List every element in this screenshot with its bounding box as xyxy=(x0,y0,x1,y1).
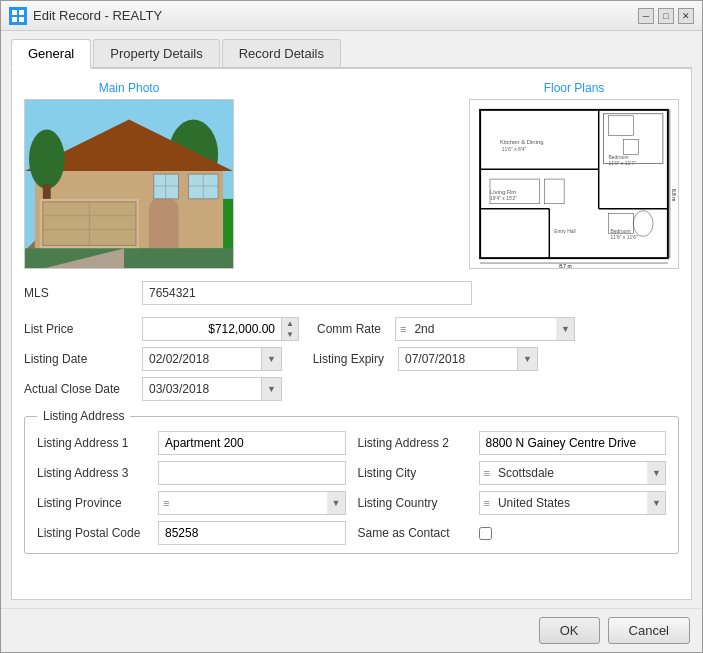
tab-general[interactable]: General xyxy=(11,39,91,69)
title-bar-buttons: ─ □ ✕ xyxy=(638,8,694,24)
province-select[interactable]: ≡ ▼ xyxy=(158,491,346,515)
main-photo-image[interactable] xyxy=(24,99,234,269)
svg-text:6.8 m: 6.8 m xyxy=(671,189,676,201)
tab-record-details[interactable]: Record Details xyxy=(222,39,341,67)
actual-close-input[interactable] xyxy=(142,377,262,401)
price-down-button[interactable]: ▼ xyxy=(282,329,298,340)
addr1-row: Listing Address 1 xyxy=(37,431,346,455)
svg-text:11'6" x 8'4": 11'6" x 8'4" xyxy=(502,147,527,152)
actual-close-label: Actual Close Date xyxy=(24,382,134,396)
cancel-button[interactable]: Cancel xyxy=(608,617,690,644)
addr1-input[interactable] xyxy=(158,431,346,455)
title-bar: Edit Record - REALTY ─ □ ✕ xyxy=(1,1,702,31)
list-price-spinner: ▲ ▼ xyxy=(142,317,299,341)
form-section: MLS List Price ▲ ▼ Comm Rate xyxy=(24,281,679,401)
price-comm-row: List Price ▲ ▼ Comm Rate ≡ 2nd ▼ xyxy=(24,317,679,341)
tab-bar: General Property Details Record Details xyxy=(11,39,692,69)
country-row: Listing Country ≡ United States ▼ xyxy=(358,491,667,515)
addr3-row: Listing Address 3 xyxy=(37,461,346,485)
city-icon: ≡ xyxy=(480,467,494,479)
ok-button[interactable]: OK xyxy=(539,617,600,644)
floor-plan-label[interactable]: Floor Plans xyxy=(544,81,605,95)
main-photo-label[interactable]: Main Photo xyxy=(99,81,160,95)
country-arrow[interactable]: ▼ xyxy=(647,492,665,514)
svg-text:Entry Hall: Entry Hall xyxy=(554,229,575,234)
addr3-input[interactable] xyxy=(158,461,346,485)
addr2-label: Listing Address 2 xyxy=(358,436,473,450)
province-icon: ≡ xyxy=(159,497,173,509)
same-contact-checkbox[interactable] xyxy=(479,527,492,540)
same-contact-row: Same as Contact xyxy=(358,521,667,545)
svg-rect-0 xyxy=(12,10,17,15)
postal-label: Listing Postal Code xyxy=(37,526,152,540)
list-price-input[interactable] xyxy=(142,317,282,341)
price-spinner-buttons: ▲ ▼ xyxy=(282,317,299,341)
svg-text:11'6" x 11'6": 11'6" x 11'6" xyxy=(611,235,638,240)
close-button[interactable]: ✕ xyxy=(678,8,694,24)
addr1-label: Listing Address 1 xyxy=(37,436,152,450)
comm-rate-label: Comm Rate xyxy=(307,322,387,336)
title-bar-left: Edit Record - REALTY xyxy=(9,7,162,25)
country-select[interactable]: ≡ United States ▼ xyxy=(479,491,667,515)
province-row: Listing Province ≡ ▼ xyxy=(37,491,346,515)
svg-rect-2 xyxy=(12,17,17,22)
svg-point-23 xyxy=(29,130,65,189)
listing-expiry-dropdown[interactable]: ▼ xyxy=(518,347,538,371)
country-value: United States xyxy=(494,496,647,510)
mls-label: MLS xyxy=(24,286,134,300)
comm-rate-arrow[interactable]: ▼ xyxy=(556,318,574,340)
city-value: Scottsdale xyxy=(494,466,647,480)
actual-close-dropdown[interactable]: ▼ xyxy=(262,377,282,401)
listing-date-input[interactable] xyxy=(142,347,262,371)
actual-close-picker: ▼ xyxy=(142,377,282,401)
listing-address-fieldset: Listing Address Listing Address 1 Listin… xyxy=(24,409,679,554)
floor-plan-section: Floor Plans xyxy=(469,81,679,269)
svg-text:11'9" x 11'7": 11'9" x 11'7" xyxy=(609,161,636,166)
floor-plan-image[interactable]: Kitchen & Dining 11'6" x 8'4" Bedroom 11… xyxy=(469,99,679,269)
tab-property-details[interactable]: Property Details xyxy=(93,39,219,67)
comm-rate-select[interactable]: ≡ 2nd ▼ xyxy=(395,317,575,341)
main-window: Edit Record - REALTY ─ □ ✕ General Prope… xyxy=(0,0,703,653)
comm-rate-icon: ≡ xyxy=(396,323,410,335)
postal-input[interactable] xyxy=(158,521,346,545)
province-picker: ≡ ▼ xyxy=(158,491,346,515)
svg-rect-24 xyxy=(43,184,51,199)
maximize-button[interactable]: □ xyxy=(658,8,674,24)
province-label: Listing Province xyxy=(37,496,152,510)
addr3-label: Listing Address 3 xyxy=(37,466,152,480)
addr2-input[interactable] xyxy=(479,431,667,455)
listing-expiry-picker: ▼ xyxy=(398,347,538,371)
list-price-label: List Price xyxy=(24,322,134,336)
listing-date-dropdown[interactable]: ▼ xyxy=(262,347,282,371)
city-label: Listing City xyxy=(358,466,473,480)
svg-text:8.7 m: 8.7 m xyxy=(559,264,571,268)
price-up-button[interactable]: ▲ xyxy=(282,318,298,329)
svg-rect-26 xyxy=(470,100,678,268)
svg-point-15 xyxy=(149,197,179,221)
app-icon xyxy=(9,7,27,25)
svg-rect-22 xyxy=(25,248,233,268)
address-grid: Listing Address 1 Listing Address 2 List… xyxy=(37,431,666,545)
svg-text:Kitchen & Dining: Kitchen & Dining xyxy=(500,139,544,145)
listing-address-legend: Listing Address xyxy=(37,409,130,423)
photos-row: Main Photo xyxy=(24,81,679,269)
minimize-button[interactable]: ─ xyxy=(638,8,654,24)
svg-rect-16 xyxy=(154,174,179,199)
city-arrow[interactable]: ▼ xyxy=(647,462,665,484)
province-arrow[interactable]: ▼ xyxy=(327,492,345,514)
content-area: General Property Details Record Details … xyxy=(1,31,702,608)
listing-expiry-input[interactable] xyxy=(398,347,518,371)
house-photo-svg xyxy=(25,99,233,269)
floorplan-svg: Kitchen & Dining 11'6" x 8'4" Bedroom 11… xyxy=(470,100,678,268)
footer: OK Cancel xyxy=(1,608,702,652)
close-date-row: Actual Close Date ▼ xyxy=(24,377,679,401)
city-select[interactable]: ≡ Scottsdale ▼ xyxy=(479,461,667,485)
city-row: Listing City ≡ Scottsdale ▼ xyxy=(358,461,667,485)
addr2-row: Listing Address 2 xyxy=(358,431,667,455)
tab-panel-general: Main Photo xyxy=(11,69,692,600)
mls-input[interactable] xyxy=(142,281,472,305)
same-contact-label: Same as Contact xyxy=(358,526,473,540)
main-photo-section: Main Photo xyxy=(24,81,234,269)
mls-row: MLS xyxy=(24,281,679,305)
country-label: Listing Country xyxy=(358,496,473,510)
